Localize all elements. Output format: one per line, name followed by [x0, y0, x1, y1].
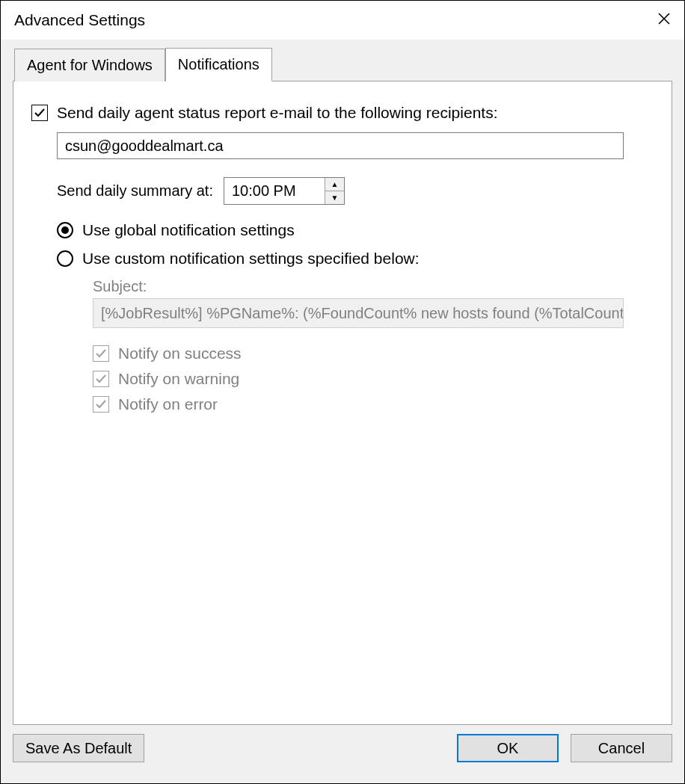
chevron-down-icon: ▼ — [331, 194, 339, 202]
tab-notifications[interactable]: Notifications — [165, 48, 272, 81]
tab-panel-notifications: Send daily agent status report e-mail to… — [13, 81, 672, 725]
subject-input: [%JobResult%] %PGName%: (%FoundCount% ne… — [93, 298, 624, 328]
close-button[interactable] — [644, 1, 684, 40]
tab-agent-for-windows[interactable]: Agent for Windows — [14, 49, 165, 81]
recipients-input[interactable]: csun@gooddealmart.ca — [57, 132, 624, 159]
button-label: Save As Default — [25, 740, 132, 757]
close-icon — [657, 10, 671, 30]
notify-on-error-label: Notify on error — [109, 395, 218, 413]
subject-value: [%JobResult%] %PGName%: (%FoundCount% ne… — [101, 305, 624, 322]
spinner-up-button[interactable]: ▲ — [325, 178, 344, 191]
notify-on-warning-label: Notify on warning — [109, 370, 239, 388]
send-summary-label: Send daily summary at: — [57, 182, 213, 200]
use-global-radio[interactable] — [57, 222, 73, 238]
use-custom-radio[interactable] — [57, 250, 73, 267]
tabstrip: Agent for Windows Notifications — [13, 47, 672, 81]
button-label: OK — [497, 740, 519, 757]
notify-on-warning-checkbox — [93, 371, 109, 387]
advanced-settings-dialog: Advanced Settings Agent for Windows Noti… — [0, 0, 685, 784]
titlebar: Advanced Settings — [1, 1, 684, 40]
use-custom-label: Use custom notification settings specifi… — [73, 250, 420, 268]
tab-label: Agent for Windows — [27, 57, 153, 73]
ok-button[interactable]: OK — [457, 734, 559, 762]
use-global-label: Use global notification settings — [73, 221, 295, 239]
tab-label: Notifications — [178, 56, 259, 72]
send-daily-report-checkbox[interactable] — [31, 105, 48, 121]
chevron-up-icon: ▲ — [331, 180, 339, 188]
dialog-footer: Save As Default OK Cancel — [13, 725, 672, 771]
save-as-default-button[interactable]: Save As Default — [13, 734, 144, 762]
send-summary-time-spinner[interactable]: 10:00 PM ▲ ▼ — [224, 177, 345, 205]
button-label: Cancel — [598, 740, 645, 757]
recipients-value: csun@gooddealmart.ca — [65, 138, 224, 155]
notify-on-error-checkbox — [93, 396, 109, 413]
window-title: Advanced Settings — [14, 11, 145, 29]
send-summary-time-value: 10:00 PM — [224, 178, 325, 204]
cancel-button[interactable]: Cancel — [571, 734, 672, 762]
send-daily-report-label: Send daily agent status report e-mail to… — [48, 104, 498, 122]
notify-on-success-label: Notify on success — [109, 345, 242, 362]
notify-on-success-checkbox — [93, 345, 109, 362]
subject-label: Subject: — [93, 278, 147, 294]
spinner-down-button[interactable]: ▼ — [325, 191, 344, 204]
radio-dot-icon — [61, 226, 69, 234]
client-area: Agent for Windows Notifications Send dai… — [1, 40, 684, 783]
